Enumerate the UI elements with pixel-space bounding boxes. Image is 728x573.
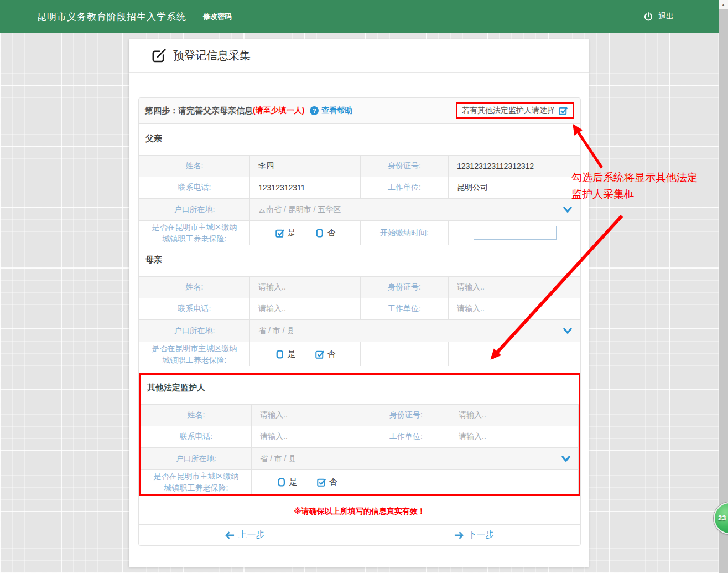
guardian-residence-select[interactable]: 省 / 市 / 县 (252, 448, 579, 470)
validity-notice: ※请确保以上所填写的信息真实有效！ (139, 507, 580, 517)
checkbox-checked-icon (275, 228, 285, 238)
guardian-id-label: 身份证号: (362, 405, 450, 426)
badge-count: 23 (718, 514, 726, 522)
mother-insurance-options: 是 否 (250, 342, 361, 366)
chevron-down-icon[interactable] (561, 456, 570, 462)
mother-residence-select[interactable]: 省 / 市 / 县 (250, 320, 580, 342)
annotation-line-1: 勾选后系统将显示其他法定 (571, 169, 698, 186)
guardian-phone-field[interactable]: 请输入.. (252, 426, 362, 448)
guardian-section-title: 其他法定监护人 (141, 375, 579, 404)
mother-empty-cell-2 (449, 342, 580, 366)
guardian-table: 姓名: 请输入.. 身份证号: 请输入.. 联系电话: 请输入.. 工作单位: … (141, 404, 579, 494)
step-note: (请至少填一人) (253, 106, 304, 116)
checkbox-checked-icon (558, 106, 568, 116)
mother-work-field[interactable]: 请输入.. (449, 298, 580, 320)
checkbox-unchecked-icon (315, 228, 325, 238)
father-id-label: 身份证号: (361, 156, 449, 177)
mother-section: 母亲 姓名: 请输入.. 身份证号: 请输入.. 联系电话: 请输入.. 工作单… (139, 245, 580, 366)
mother-residence-label: 户口所在地: (139, 320, 250, 342)
guardian-id-field[interactable]: 请输入.. (450, 405, 579, 426)
father-insurance-label: 是否在昆明市主城区缴纳城镇职工养老保险: (139, 221, 250, 245)
guardian-empty-cell-2 (450, 470, 579, 494)
mother-phone-label: 联系电话: (139, 298, 250, 320)
mother-name-label: 姓名: (139, 277, 250, 298)
change-password-link[interactable]: 修改密码 (203, 12, 232, 22)
mother-insurance-no[interactable]: 否 (315, 349, 336, 359)
guardian-empty-cell-1 (362, 470, 450, 494)
help-link[interactable]: 查看帮助 (321, 106, 352, 116)
mother-name-field[interactable]: 请输入.. (250, 277, 361, 298)
guardian-insurance-no[interactable]: 否 (316, 477, 337, 487)
scrollbar-up-arrow[interactable]: ▲ (719, 0, 728, 9)
checkbox-unchecked-icon (275, 349, 285, 359)
guardian-name-label: 姓名: (141, 405, 252, 426)
annotation-line-2: 监护人采集框 (571, 186, 698, 203)
father-paytime-input[interactable] (474, 226, 557, 240)
top-bar: 昆明市义务教育阶段招生入学系统 修改密码 退出 (0, 0, 728, 33)
step-heading: 第四步：请完善父亲母亲信息 (请至少填一人) ? 查看帮助 若有其他法定监护人请… (139, 98, 580, 124)
father-name-label: 姓名: (139, 156, 250, 177)
guardian-insurance-label: 是否在昆明市主城区缴纳城镇职工养老保险: (141, 470, 252, 494)
card-title-bar: 预登记信息采集 (129, 39, 589, 73)
mother-phone-field[interactable]: 请输入.. (250, 298, 361, 320)
other-guardian-toggle[interactable]: 若有其他法定监护人请选择 (456, 102, 574, 119)
arrow-right-icon (454, 531, 464, 539)
mother-id-label: 身份证号: (361, 277, 449, 298)
help-icon: ? (310, 106, 319, 115)
logout-label: 退出 (658, 12, 674, 22)
compose-icon (151, 48, 166, 63)
father-name-field[interactable]: 李四 (250, 156, 361, 177)
mother-section-title: 母亲 (139, 245, 580, 276)
app-title: 昆明市义务教育阶段招生入学系统 (37, 11, 186, 23)
next-step-label: 下一步 (467, 529, 494, 541)
logout-button[interactable]: 退出 (643, 12, 674, 22)
father-residence-value: 云南省 / 昆明市 / 五华区 (258, 205, 341, 215)
other-guardian-highlight-box: 其他法定监护人 姓名: 请输入.. 身份证号: 请输入.. 联系电话: 请输入.… (139, 373, 580, 496)
checkbox-unchecked-icon (277, 477, 287, 487)
mother-insurance-yes[interactable]: 是 (275, 349, 296, 359)
father-work-label: 工作单位: (361, 177, 449, 199)
prev-step-button[interactable]: 上一步 (225, 529, 265, 541)
mother-residence-value: 省 / 市 / 县 (258, 326, 294, 336)
guardian-residence-value: 省 / 市 / 县 (260, 454, 296, 464)
vertical-scrollbar[interactable]: ▲ (719, 0, 728, 573)
form-panel: 第四步：请完善父亲母亲信息 (请至少填一人) ? 查看帮助 若有其他法定监护人请… (138, 97, 581, 546)
father-section: 父亲 姓名: 李四 身份证号: 123123123112312312 联系电话:… (139, 124, 580, 245)
prev-step-label: 上一步 (238, 529, 265, 541)
step-title: 第四步：请完善父亲母亲信息 (145, 106, 253, 116)
guardian-insurance-yes[interactable]: 是 (277, 477, 298, 487)
chevron-down-icon[interactable] (563, 207, 572, 213)
guardian-phone-label: 联系电话: (141, 426, 252, 448)
guardian-residence-label: 户口所在地: (141, 448, 252, 470)
father-table: 姓名: 李四 身份证号: 123123123112312312 联系电话: 12… (139, 155, 580, 245)
mother-insurance-label: 是否在昆明市主城区缴纳城镇职工养老保险: (139, 342, 250, 366)
father-section-title: 父亲 (139, 124, 580, 155)
father-work-field[interactable]: 昆明公司 (449, 177, 580, 199)
father-phone-label: 联系电话: (139, 177, 250, 199)
mother-work-label: 工作单位: (361, 298, 449, 320)
father-residence-select[interactable]: 云南省 / 昆明市 / 五华区 (250, 199, 580, 221)
father-insurance-options: 是 否 (250, 221, 361, 245)
mother-empty-cell-1 (361, 342, 449, 366)
next-step-button[interactable]: 下一步 (454, 529, 494, 541)
page-title: 预登记信息采集 (173, 48, 251, 63)
guardian-name-field[interactable]: 请输入.. (252, 405, 362, 426)
father-residence-label: 户口所在地: (139, 199, 250, 221)
father-paytime-cell (449, 221, 580, 245)
father-insurance-yes[interactable]: 是 (275, 228, 296, 238)
arrow-left-icon (225, 531, 235, 539)
main-card: 预登记信息采集 第四步：请完善父亲母亲信息 (请至少填一人) ? 查看帮助 若有… (129, 39, 589, 567)
checkbox-checked-icon (315, 349, 325, 359)
mother-id-field[interactable]: 请输入.. (449, 277, 580, 298)
guardian-work-label: 工作单位: (362, 426, 450, 448)
father-insurance-no[interactable]: 否 (315, 228, 336, 238)
floating-counter-badge[interactable]: 23 (714, 502, 728, 534)
annotation-text: 勾选后系统将显示其他法定 监护人采集框 (571, 169, 698, 203)
father-id-field[interactable]: 123123123112312312 (449, 156, 580, 177)
checkbox-checked-icon (316, 477, 326, 487)
chevron-down-icon[interactable] (563, 328, 572, 334)
father-phone-field[interactable]: 12312312311 (250, 177, 361, 199)
mother-table: 姓名: 请输入.. 身份证号: 请输入.. 联系电话: 请输入.. 工作单位: … (139, 276, 580, 366)
guardian-work-field[interactable]: 请输入.. (450, 426, 579, 448)
wizard-footer: 上一步 下一步 (139, 524, 580, 545)
